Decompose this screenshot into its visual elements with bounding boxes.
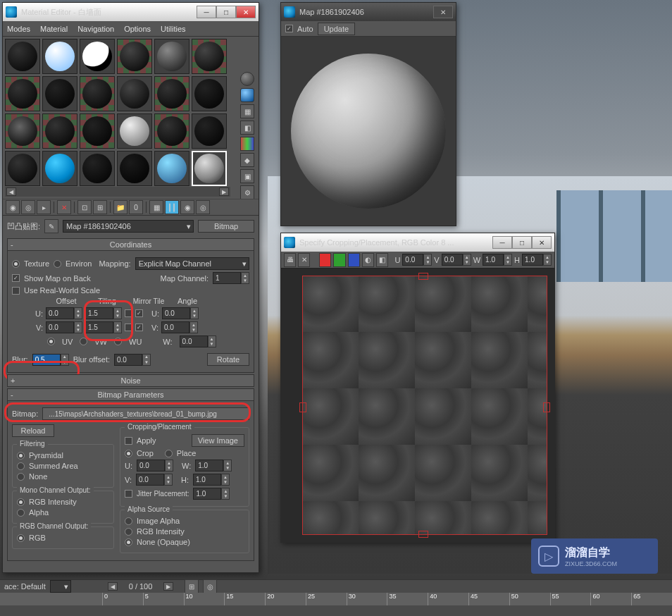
- slot-name-field[interactable]: Map #1861902406: [63, 220, 194, 233]
- blur-spinner[interactable]: ▲▼: [32, 354, 69, 366]
- sample-slot[interactable]: [117, 151, 152, 186]
- real-world-check[interactable]: [12, 287, 20, 295]
- sample-sphere-icon[interactable]: [240, 88, 254, 102]
- sample-slot-selected[interactable]: [192, 151, 227, 186]
- close-button[interactable]: ✕: [433, 6, 453, 18]
- channel-r-icon[interactable]: [319, 253, 331, 267]
- minimize-button[interactable]: ─: [492, 236, 512, 249]
- noise-header[interactable]: +Noise: [7, 374, 254, 387]
- reload-button[interactable]: Reload: [12, 424, 54, 437]
- time-ruler[interactable]: document.write(Array.from({length:14},(_…: [0, 593, 672, 605]
- u-tile-check[interactable]: [135, 309, 143, 317]
- sample-slot[interactable]: [80, 76, 115, 111]
- u-angle-spinner[interactable]: ▲▼: [162, 307, 199, 319]
- key-mode-icon[interactable]: ◎: [203, 579, 217, 593]
- sample-uv-icon[interactable]: [240, 137, 254, 151]
- timeline-prev-icon[interactable]: ◀: [108, 582, 118, 591]
- put-to-library-icon[interactable]: 📁: [113, 200, 127, 214]
- menu-material[interactable]: Material: [40, 25, 68, 33]
- u-offset-spinner[interactable]: ▲▼: [46, 307, 82, 319]
- crop-radio[interactable]: [125, 450, 132, 457]
- auto-check[interactable]: [285, 25, 293, 32]
- crop-w-spinner[interactable]: ▲▼: [483, 254, 512, 266]
- environ-radio[interactable]: [54, 260, 61, 268]
- v-offset-spinner[interactable]: ▲▼: [46, 321, 82, 333]
- menu-modes[interactable]: Modes: [7, 25, 30, 33]
- sample-slot[interactable]: [117, 113, 152, 149]
- sample-slot[interactable]: [192, 39, 227, 74]
- get-material-icon[interactable]: ◉: [6, 200, 20, 214]
- close-button[interactable]: ✕: [236, 6, 256, 18]
- sample-slot[interactable]: [154, 113, 189, 149]
- timeline-next-icon[interactable]: ▶: [163, 582, 173, 591]
- sample-slot[interactable]: [42, 113, 77, 149]
- make-preview-icon[interactable]: ▣: [240, 169, 254, 183]
- sample-slot[interactable]: [80, 39, 115, 74]
- cropping-titlebar[interactable]: Specify Cropping/Placement, RGB Color 8 …: [281, 233, 554, 252]
- maximize-button[interactable]: □: [216, 6, 236, 18]
- map-preview-titlebar[interactable]: Map #1861902406 ✕: [281, 3, 456, 21]
- sample-slot[interactable]: [154, 76, 189, 111]
- place-radio[interactable]: [165, 450, 173, 457]
- make-copy-icon[interactable]: ⊡: [77, 200, 92, 214]
- show-map-check[interactable]: [12, 274, 20, 282]
- close-button[interactable]: ✕: [532, 236, 552, 249]
- view-image-button[interactable]: View Image: [192, 434, 244, 447]
- sample-slot[interactable]: [154, 151, 189, 186]
- rgb-intensity-radio[interactable]: [17, 498, 25, 506]
- sample-slot[interactable]: [117, 76, 152, 111]
- backlight-icon[interactable]: ▦: [240, 104, 254, 118]
- scroll-right-icon[interactable]: ▶: [219, 187, 229, 196]
- mapping-dropdown[interactable]: Explicit Map Channel: [135, 257, 249, 270]
- vw-radio[interactable]: [80, 338, 87, 345]
- sample-slot[interactable]: [80, 113, 115, 149]
- bitmap-params-header[interactable]: -Bitmap Parameters: [7, 388, 254, 401]
- background-icon[interactable]: ◧: [240, 121, 254, 135]
- sample-slot[interactable]: [42, 39, 77, 74]
- channel-a-icon[interactable]: ◐: [362, 253, 374, 267]
- sample-type-icon[interactable]: [240, 72, 254, 86]
- mat-editor-titlebar[interactable]: Material Editor - 白墙面 ─ □ ✕: [3, 3, 259, 21]
- crop-v-spinner[interactable]: ▲▼: [136, 474, 173, 486]
- jitter-check[interactable]: [125, 490, 132, 498]
- options-icon[interactable]: ⚙: [240, 185, 254, 199]
- rgb-int-alpha-radio[interactable]: [125, 528, 132, 536]
- none-filter-radio[interactable]: [17, 473, 25, 481]
- video-color-icon[interactable]: ◆: [240, 153, 254, 167]
- alpha-radio[interactable]: [17, 509, 25, 517]
- material-id-icon[interactable]: 0: [129, 200, 143, 214]
- sample-slot[interactable]: [5, 39, 40, 74]
- pyramidal-radio[interactable]: [17, 452, 25, 460]
- make-unique-icon[interactable]: ⊞: [93, 200, 107, 214]
- go-to-parent-icon[interactable]: ◉: [180, 200, 194, 214]
- maximize-button[interactable]: □: [512, 236, 532, 249]
- u-mirror-check[interactable]: [125, 309, 132, 317]
- v-angle-spinner[interactable]: ▲▼: [161, 321, 198, 333]
- crop-h-spinner[interactable]: ▲▼: [193, 474, 230, 486]
- close-icon[interactable]: ✕: [298, 253, 310, 267]
- channel-mono-icon[interactable]: ◧: [376, 253, 388, 267]
- sample-slot[interactable]: [5, 76, 40, 111]
- reset-icon[interactable]: ✕: [57, 200, 71, 214]
- v-tiling-spinner[interactable]: ▲▼: [85, 321, 122, 333]
- sample-slot[interactable]: [192, 76, 227, 111]
- scroll-left-icon[interactable]: ◀: [6, 187, 16, 196]
- none-alpha-radio[interactable]: [125, 538, 132, 546]
- slot-type-button[interactable]: Bitmap: [198, 220, 254, 233]
- go-forward-icon[interactable]: ◎: [196, 200, 210, 214]
- menu-navigation[interactable]: Navigation: [77, 25, 114, 33]
- map-channel-spinner[interactable]: ▲▼: [213, 272, 249, 284]
- image-alpha-radio[interactable]: [125, 517, 132, 525]
- texture-radio[interactable]: [12, 260, 20, 268]
- u-tiling-spinner[interactable]: ▲▼: [85, 307, 122, 319]
- sample-slot[interactable]: [42, 151, 77, 186]
- bitmap-path-button[interactable]: ...15\maps\Archshaders_textures\bread_01…: [42, 407, 249, 420]
- key-filter-icon[interactable]: ⊞: [185, 579, 199, 593]
- sample-slot[interactable]: [5, 151, 40, 186]
- apply-check[interactable]: [125, 437, 132, 445]
- crop-h-spinner[interactable]: ▲▼: [522, 254, 552, 266]
- crop-v-spinner[interactable]: ▲▼: [442, 254, 471, 266]
- v-mirror-check[interactable]: [125, 324, 132, 331]
- rgb-radio[interactable]: [17, 534, 25, 542]
- space-dropdown[interactable]: [50, 580, 71, 593]
